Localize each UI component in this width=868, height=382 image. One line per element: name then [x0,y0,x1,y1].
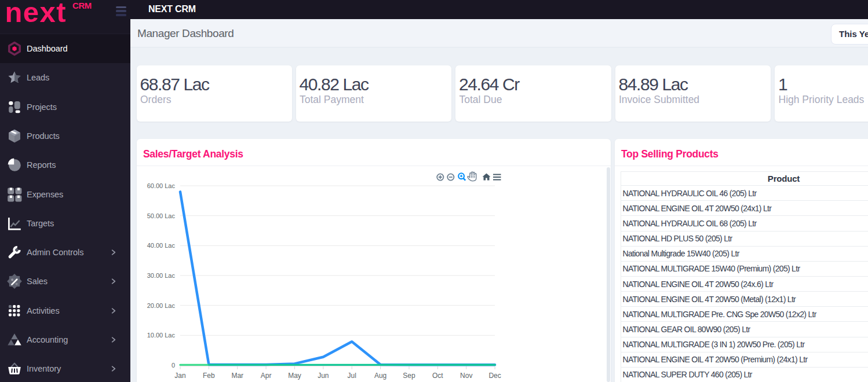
svg-text:Dec: Dec [488,372,501,380]
svg-text:30.00 Lac: 30.00 Lac [147,272,175,279]
svg-text:Sep: Sep [403,372,415,380]
svg-text:Aug: Aug [374,372,386,380]
svg-text:60.00 Lac: 60.00 Lac [147,182,175,189]
svg-text:May: May [288,372,301,380]
svg-text:Jan: Jan [174,372,185,380]
svg-text:Mar: Mar [231,372,243,380]
svg-text:40.00 Lac: 40.00 Lac [147,242,175,249]
svg-text:0: 0 [171,362,174,369]
svg-text:10.00 Lac: 10.00 Lac [147,332,175,339]
svg-text:Oct: Oct [432,372,443,380]
svg-text:Apr: Apr [260,372,271,380]
svg-text:Jun: Jun [318,372,329,380]
svg-text:Jul: Jul [347,372,356,380]
svg-text:Feb: Feb [203,372,215,380]
svg-text:Nov: Nov [460,372,472,380]
svg-text:50.00 Lac: 50.00 Lac [147,212,175,219]
svg-text:20.00 Lac: 20.00 Lac [147,302,175,309]
